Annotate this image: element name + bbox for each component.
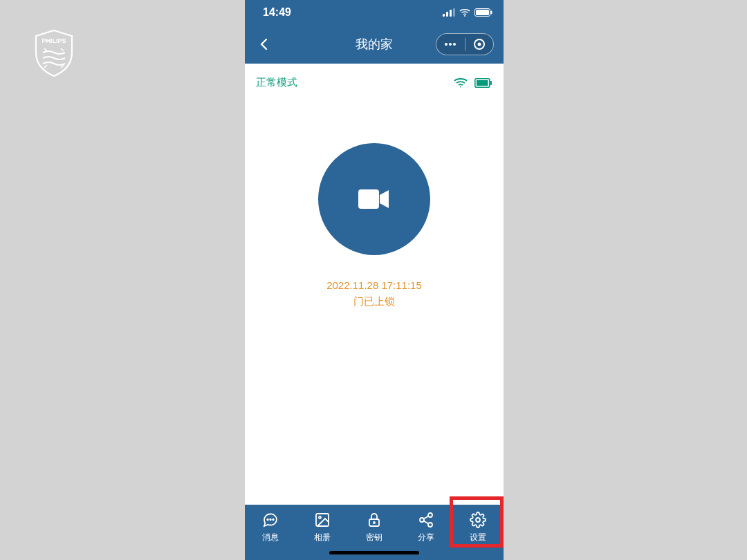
lock-status-text: 门已上锁 bbox=[245, 294, 504, 310]
battery-icon bbox=[474, 8, 492, 17]
content-area: 正常模式 2022.11. bbox=[245, 64, 504, 505]
message-icon bbox=[262, 512, 279, 528]
phone-frame: 14:49 bbox=[245, 0, 504, 560]
svg-point-25 bbox=[374, 522, 375, 523]
mode-row: 正常模式 bbox=[245, 64, 504, 89]
svg-point-20 bbox=[270, 519, 272, 521]
svg-point-19 bbox=[268, 519, 269, 521]
tab-bar: 消息 相册 密钥 分享 bbox=[245, 505, 504, 560]
wifi-status-icon bbox=[454, 77, 468, 88]
svg-rect-2 bbox=[446, 12, 448, 17]
svg-rect-4 bbox=[453, 8, 455, 17]
svg-point-21 bbox=[273, 519, 275, 521]
share-icon bbox=[418, 512, 434, 528]
lock-icon bbox=[366, 512, 382, 528]
tab-label: 相册 bbox=[314, 532, 331, 543]
more-button[interactable] bbox=[436, 42, 465, 46]
svg-point-10 bbox=[449, 43, 452, 46]
tab-label: 密钥 bbox=[366, 532, 382, 543]
svg-rect-8 bbox=[491, 11, 492, 15]
video-button[interactable] bbox=[318, 143, 430, 255]
svg-point-13 bbox=[477, 43, 481, 46]
tab-label: 消息 bbox=[262, 532, 279, 543]
tab-key[interactable]: 密钥 bbox=[353, 512, 395, 543]
signal-icon bbox=[443, 8, 455, 17]
tab-album[interactable]: 相册 bbox=[302, 512, 343, 543]
home-indicator bbox=[329, 551, 419, 554]
video-icon bbox=[357, 187, 391, 212]
gear-icon bbox=[470, 512, 486, 528]
tab-share[interactable]: 分享 bbox=[405, 512, 447, 543]
svg-point-14 bbox=[460, 86, 461, 87]
status-time: 14:49 bbox=[263, 6, 291, 19]
battery-status-icon bbox=[474, 78, 492, 88]
svg-point-5 bbox=[464, 15, 465, 17]
svg-rect-3 bbox=[450, 10, 452, 17]
tab-label: 设置 bbox=[470, 532, 486, 543]
timestamp-text: 2022.11.28 17:11:15 bbox=[245, 278, 504, 294]
nav-bar: 我的家 bbox=[245, 25, 504, 64]
svg-point-23 bbox=[319, 516, 321, 519]
status-right bbox=[443, 8, 492, 17]
svg-rect-1 bbox=[443, 14, 445, 17]
mode-icons bbox=[454, 77, 492, 88]
svg-text:PHILIPS: PHILIPS bbox=[42, 37, 66, 44]
svg-rect-16 bbox=[477, 80, 488, 86]
svg-rect-17 bbox=[490, 81, 492, 85]
svg-point-28 bbox=[428, 523, 432, 527]
status-block: 2022.11.28 17:11:15 门已上锁 bbox=[245, 278, 504, 309]
svg-rect-7 bbox=[476, 10, 489, 15]
status-bar: 14:49 bbox=[245, 0, 504, 25]
tab-settings[interactable]: 设置 bbox=[457, 512, 499, 543]
svg-point-11 bbox=[453, 43, 456, 46]
tab-messages[interactable]: 消息 bbox=[250, 512, 291, 543]
philips-logo: PHILIPS bbox=[33, 29, 75, 77]
svg-point-26 bbox=[428, 513, 432, 517]
svg-point-9 bbox=[445, 43, 448, 46]
page-title: 我的家 bbox=[356, 36, 393, 53]
close-miniprogram-button[interactable] bbox=[465, 38, 494, 50]
svg-rect-18 bbox=[358, 189, 379, 209]
wifi-icon bbox=[459, 8, 470, 17]
miniprogram-controls bbox=[436, 33, 494, 55]
back-button[interactable] bbox=[256, 36, 273, 53]
svg-point-29 bbox=[476, 518, 480, 522]
tab-label: 分享 bbox=[418, 532, 434, 543]
svg-point-27 bbox=[420, 518, 424, 522]
mode-label: 正常模式 bbox=[256, 76, 297, 89]
album-icon bbox=[314, 512, 331, 528]
